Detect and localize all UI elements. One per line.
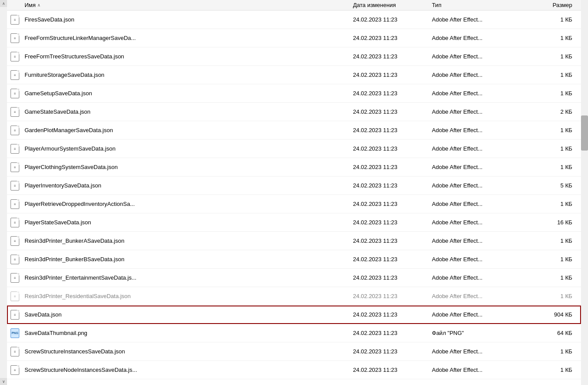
file-date: 24.02.2023 11:23 [353,127,432,133]
file-type: Adobe After Effect... [432,348,537,355]
file-date: 24.02.2023 11:23 [353,72,432,78]
file-name: Resin3dPrinter_BunkerASaveData.json [23,237,353,244]
file-name: ScrewStructureNodeInstancesSaveData.js..… [23,367,353,373]
table-row[interactable]: ≡PlayerClothingSystemSaveData.json24.02.… [7,158,581,176]
file-date: 24.02.2023 11:23 [353,108,432,115]
json-file-icon: ≡ [11,291,19,301]
json-file-icon: ≡ [11,89,19,98]
table-row[interactable]: ≡FreeFormTreeStructuresSaveData.json24.0… [7,47,581,66]
file-size: 1 КБ [537,53,581,60]
file-type: Adobe After Effect... [432,311,537,318]
file-date: 24.02.2023 11:23 [353,330,432,336]
file-icon: ≡ [7,273,23,283]
file-name: Resin3dPrinter_ResidentialSaveData.json [23,293,353,299]
file-date: 24.02.2023 11:23 [353,16,432,23]
file-type: Adobe After Effect... [432,35,537,41]
file-type: Adobe After Effect... [432,237,537,244]
file-name: PlayerInventorySaveData.json [23,182,353,189]
table-row[interactable]: ≡GameStateSaveData.json24.02.2023 11:23A… [7,103,581,121]
file-name: Resin3dPrinter_BunkerBSaveData.json [23,256,353,263]
table-row[interactable]: ≡FurnitureStorageSaveData.json24.02.2023… [7,66,581,84]
table-row[interactable]: ≡SaveData.json24.02.2023 11:23Adobe Afte… [7,306,581,324]
json-file-icon: ≡ [11,255,19,264]
file-icon: ≡ [7,33,23,43]
right-scrollbar[interactable] [581,0,588,385]
col-header-size[interactable]: Размер [537,2,572,8]
file-date: 24.02.2023 11:23 [353,367,432,373]
file-type: Adobe After Effect... [432,182,537,189]
file-name: SaveData.json [23,311,353,318]
file-explorer-window: ∧ ∨ Имя ∧ Дата изменения Тип [0,0,588,385]
file-icon: ≡ [7,181,23,191]
file-name: GameStateSaveData.json [23,108,353,115]
file-size: 1 КБ [537,16,581,23]
json-file-icon: ≡ [11,236,19,246]
file-date: 24.02.2023 11:23 [353,145,432,152]
file-date: 24.02.2023 11:23 [353,293,432,299]
table-row[interactable]: ≡Resin3dPrinter_EntertainmentSaveData.js… [7,269,581,287]
json-file-icon: ≡ [11,218,19,227]
file-date: 24.02.2023 11:23 [353,348,432,355]
file-icon: ≡ [7,126,23,135]
file-date: 24.02.2023 11:23 [353,256,432,263]
table-row[interactable]: ≡PlayerRetrieveDroppedInventoryActionSa.… [7,195,581,213]
table-row[interactable]: ≡FiresSaveData.json24.02.2023 11:23Adobe… [7,11,581,29]
right-scroll-thumb[interactable] [581,115,588,151]
column-headers: Имя ∧ Дата изменения Тип Размер [7,0,581,11]
scroll-down-arrow[interactable]: ∨ [0,378,7,385]
scroll-up-arrow[interactable]: ∧ [0,0,7,7]
json-file-icon: ≡ [11,33,19,43]
file-name: SaveDataThumbnail.png [23,330,353,336]
table-row[interactable]: ≡Resin3dPrinter_ResidentialSaveData.json… [7,287,581,306]
file-type: Adobe After Effect... [432,53,537,60]
file-size: 5 КБ [537,182,581,189]
file-date: 24.02.2023 11:23 [353,53,432,60]
file-size: 1 КБ [537,367,581,373]
file-size: 1 КБ [537,145,581,152]
json-file-icon: ≡ [11,181,19,191]
col-header-type[interactable]: Тип [432,2,537,8]
table-row[interactable]: PNGSaveDataThumbnail.png24.02.2023 11:23… [7,324,581,342]
json-file-icon: ≡ [11,126,19,135]
table-row[interactable]: ≡GameSetupSaveData.json24.02.2023 11:23A… [7,84,581,103]
table-row[interactable]: ≡ScrewStructureNodeInstancesSaveData.js.… [7,361,581,379]
file-size: 1 КБ [537,72,581,78]
file-size: 1 КБ [537,90,581,97]
file-type: Файл "PNG" [432,330,537,336]
file-date: 24.02.2023 11:23 [353,164,432,170]
file-icon: ≡ [7,70,23,80]
file-date: 24.02.2023 11:23 [353,237,432,244]
json-file-icon: ≡ [11,162,19,172]
table-row[interactable]: ≡Resin3dPrinter_BunkerBSaveData.json24.0… [7,250,581,269]
file-size: 16 КБ [537,219,581,226]
file-size: 1 КБ [537,164,581,170]
png-file-icon: PNG [11,328,19,338]
file-name: FreeFormStructureLinkerManagerSaveDa... [23,35,353,41]
json-file-icon: ≡ [11,144,19,154]
file-list: ≡FiresSaveData.json24.02.2023 11:23Adobe… [7,11,581,379]
table-row[interactable]: ≡Resin3dPrinter_BunkerASaveData.json24.0… [7,232,581,250]
file-type: Adobe After Effect... [432,145,537,152]
table-row[interactable]: ≡ScrewStructureInstancesSaveData.json24.… [7,342,581,361]
file-icon: ≡ [7,52,23,61]
left-scrollbar[interactable]: ∧ ∨ [0,0,7,385]
file-icon: ≡ [7,144,23,154]
col-header-date[interactable]: Дата изменения [353,2,432,8]
file-date: 24.02.2023 11:23 [353,201,432,207]
file-size: 1 КБ [537,237,581,244]
table-row[interactable]: ≡PlayerInventorySaveData.json24.02.2023 … [7,176,581,195]
file-date: 24.02.2023 11:23 [353,219,432,226]
table-row[interactable]: ≡FreeFormStructureLinkerManagerSaveDa...… [7,29,581,47]
file-name: PlayerClothingSystemSaveData.json [23,164,353,170]
file-type: Adobe After Effect... [432,127,537,133]
table-row[interactable]: ≡PlayerStateSaveData.json24.02.2023 11:2… [7,213,581,232]
file-type: Adobe After Effect... [432,256,537,263]
file-size: 1 КБ [537,35,581,41]
json-file-icon: ≡ [11,107,19,117]
col-header-name[interactable]: Имя ∧ [25,2,353,8]
file-type: Adobe After Effect... [432,201,537,207]
file-icon: ≡ [7,15,23,25]
table-row[interactable]: ≡GardenPlotManagerSaveData.json24.02.202… [7,121,581,140]
file-name: GameSetupSaveData.json [23,90,353,97]
table-row[interactable]: ≡PlayerArmourSystemSaveData.json24.02.20… [7,140,581,158]
